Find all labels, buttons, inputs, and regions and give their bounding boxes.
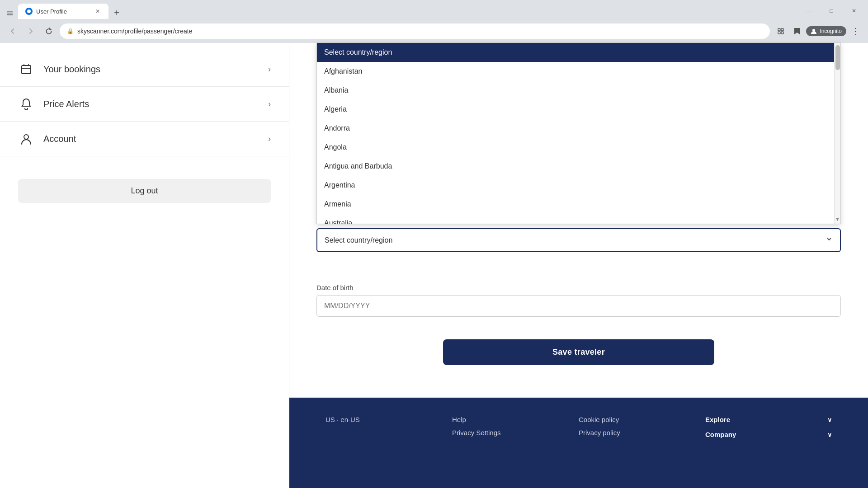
dropdown-item-1[interactable]: Albania	[317, 81, 840, 100]
browser-chrome: User Profile ✕ + — □ ✕ 🔒 skyscanner.com/…	[0, 0, 868, 43]
reload-button[interactable]	[42, 24, 56, 38]
scroll-down-arrow[interactable]: ▼	[835, 216, 840, 222]
tab-title: User Profile	[36, 8, 67, 15]
bookmark-button[interactable]	[790, 24, 804, 38]
tab-close-button[interactable]: ✕	[94, 8, 101, 15]
footer-help-col: Help Privacy Settings	[452, 416, 579, 470]
lock-icon: 🔒	[67, 28, 74, 34]
sidebar-account-label: Account	[43, 134, 268, 144]
dropdown-item-0[interactable]: Afghanistan	[317, 62, 840, 81]
footer-cookie-link[interactable]: Cookie policy	[579, 416, 705, 423]
incognito-label: Incognito	[820, 28, 842, 34]
svg-rect-2	[781, 28, 783, 31]
dropdown-scrollbar[interactable]: ▼	[834, 43, 840, 224]
footer-cookie-col: Cookie policy Privacy policy	[579, 416, 705, 470]
footer-company-title[interactable]: Company ∨	[705, 431, 832, 438]
logout-section: Log out	[0, 165, 289, 216]
country-field-wrapper: Select country/region Afghanistan Albani…	[289, 43, 868, 252]
maximize-button[interactable]: □	[821, 4, 842, 18]
footer-privacy-link[interactable]: Privacy policy	[579, 429, 705, 436]
dropdown-item-6[interactable]: Argentina	[317, 176, 840, 195]
tab-list-button[interactable]	[4, 6, 16, 19]
address-bar[interactable]: 🔒 skyscanner.com/profile/passenger/creat…	[60, 23, 770, 39]
svg-rect-4	[781, 32, 783, 34]
form-bottom-section: Date of birth Save traveler	[289, 252, 868, 398]
sidebar-price-alerts-label: Price Alerts	[43, 99, 268, 109]
tab-favicon	[25, 8, 33, 15]
svg-rect-6	[22, 66, 31, 74]
sidebar-item-bookings[interactable]: Your bookings ›	[0, 52, 289, 87]
bookings-chevron: ›	[268, 65, 271, 74]
minimize-button[interactable]: —	[798, 4, 819, 18]
footer-help-link[interactable]: Help	[452, 416, 579, 423]
bell-icon	[18, 96, 34, 112]
url-display: skyscanner.com/profile/passenger/create	[77, 28, 192, 35]
footer: US · en-US Help Privacy Settings Cookie …	[289, 398, 868, 488]
bookings-icon	[18, 61, 34, 77]
scrollbar-thumb	[835, 45, 840, 70]
footer-locale-col: US · en-US	[326, 416, 452, 470]
new-tab-button[interactable]: +	[110, 6, 123, 19]
footer-locale: US · en-US	[326, 416, 360, 423]
country-select[interactable]: Select country/region	[316, 228, 841, 252]
country-select-value: Select country/region	[325, 236, 392, 244]
footer-privacy-settings-link[interactable]: Privacy Settings	[452, 429, 579, 436]
dob-input[interactable]	[316, 295, 841, 317]
dropdown-item-8[interactable]: Australia	[317, 214, 840, 224]
sidebar-item-account[interactable]: Account ›	[0, 122, 289, 156]
svg-point-0	[27, 9, 31, 13]
sidebar: Your bookings › Price Alerts › Account ›…	[0, 43, 289, 488]
explore-chevron-icon: ∨	[827, 416, 832, 423]
price-alerts-chevron: ›	[268, 99, 271, 109]
dob-label: Date of birth	[316, 284, 841, 291]
footer-explore-col: Explore ∨ Company ∨	[705, 416, 832, 470]
country-list[interactable]: Select country/region Afghanistan Albani…	[317, 43, 840, 224]
incognito-badge: Incognito	[806, 26, 846, 36]
dropdown-chevron-icon	[826, 235, 833, 245]
country-dropdown-list[interactable]: Select country/region Afghanistan Albani…	[316, 42, 841, 224]
navigation-bar: 🔒 skyscanner.com/profile/passenger/creat…	[0, 19, 868, 43]
sidebar-bookings-label: Your bookings	[43, 64, 268, 75]
window-controls: — □ ✕	[795, 0, 868, 22]
nav-actions: Incognito ⋮	[774, 24, 863, 38]
footer-explore-title[interactable]: Explore ∨	[705, 416, 832, 423]
account-icon	[18, 131, 34, 147]
dob-section: Date of birth	[316, 284, 841, 317]
forward-button[interactable]	[24, 24, 38, 38]
logout-button[interactable]: Log out	[18, 179, 271, 203]
active-tab[interactable]: User Profile ✕	[18, 4, 108, 19]
dropdown-item-3[interactable]: Andorra	[317, 119, 840, 138]
account-chevron: ›	[268, 134, 271, 144]
dropdown-item-5[interactable]: Antigua and Barbuda	[317, 157, 840, 176]
company-chevron-icon: ∨	[827, 431, 832, 438]
dropdown-item-4[interactable]: Angola	[317, 138, 840, 157]
save-traveler-button[interactable]: Save traveler	[443, 339, 714, 365]
svg-rect-1	[778, 28, 780, 31]
close-button[interactable]: ✕	[844, 4, 864, 18]
main-content: Select country/region Afghanistan Albani…	[289, 43, 868, 488]
sidebar-item-price-alerts[interactable]: Price Alerts ›	[0, 87, 289, 122]
dropdown-item-2[interactable]: Algeria	[317, 100, 840, 119]
dropdown-item-header[interactable]: Select country/region	[317, 43, 840, 62]
svg-point-7	[24, 135, 28, 139]
extensions-button[interactable]	[774, 24, 788, 38]
page: Your bookings › Price Alerts › Account ›…	[0, 43, 868, 488]
svg-rect-3	[778, 32, 780, 34]
dropdown-item-7[interactable]: Armenia	[317, 195, 840, 214]
save-btn-wrapper: Save traveler	[316, 339, 841, 365]
menu-button[interactable]: ⋮	[848, 24, 863, 38]
sidebar-nav: Your bookings › Price Alerts › Account ›	[0, 43, 289, 165]
back-button[interactable]	[5, 24, 20, 38]
